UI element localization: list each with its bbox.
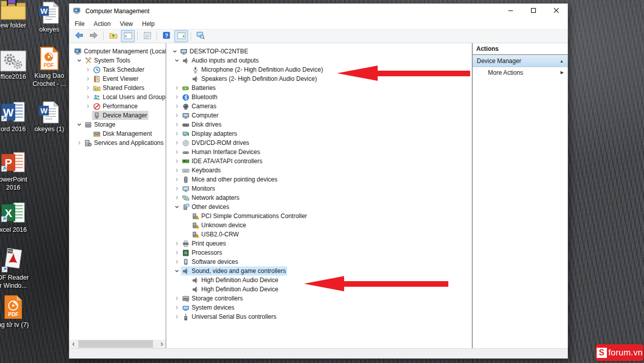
desktop-icon[interactable]: ffice2016 (0, 47, 33, 81)
tree-item[interactable]: PCI Simple Communications Controller (166, 211, 472, 221)
chevron-right-icon[interactable] (84, 84, 92, 92)
chevron-down-icon[interactable] (75, 120, 83, 129)
tree-item[interactable]: Local Users and Groups (69, 93, 166, 102)
chevron-down-icon[interactable] (75, 56, 83, 65)
desktop-icon[interactable]: Xxcel 2016 (0, 200, 33, 234)
scrollbar-track[interactable] (78, 340, 157, 348)
chevron-right-icon[interactable] (173, 239, 181, 248)
tree-item[interactable]: Audio inputs and outputs (166, 56, 472, 65)
chevron-right-icon[interactable] (173, 258, 181, 266)
chevron-up-icon[interactable]: ▲ (560, 59, 564, 64)
chevron-right-icon[interactable] (173, 139, 181, 147)
menu-view[interactable]: View (115, 19, 138, 28)
tree-item[interactable]: Device Manager (69, 111, 166, 120)
chevron-right-icon[interactable] (75, 139, 83, 147)
back-button[interactable] (72, 30, 86, 42)
desktop-icon[interactable]: PowerPoint 2016 (0, 150, 33, 192)
tree-item[interactable]: Monitors (166, 184, 472, 193)
desktop-icon[interactable]: PDFDF Reader r Windo... (0, 248, 33, 290)
tree-item[interactable]: Bluetooth (166, 93, 472, 102)
scan-hardware-button[interactable] (194, 30, 207, 42)
chevron-right-icon[interactable] (173, 93, 181, 101)
tree-item[interactable]: Storage controllers (166, 294, 472, 303)
tree-item[interactable]: Network adapters (166, 193, 472, 202)
actions-group-device-manager[interactable]: Device Manager ▲ (473, 55, 568, 67)
chevron-right-icon[interactable] (173, 304, 181, 312)
chevron-right-icon[interactable] (173, 102, 181, 110)
desktop-icon[interactable]: Wokeyes (1) (30, 100, 69, 134)
chevron-right-icon[interactable] (84, 66, 92, 74)
tree-item[interactable]: Services and Applications (69, 138, 166, 147)
tree-item[interactable]: System devices (166, 303, 472, 312)
tree-item[interactable]: Mice and other pointing devices (166, 175, 472, 184)
tree-item[interactable]: Cameras (166, 102, 472, 111)
chevron-right-icon[interactable] (173, 120, 181, 129)
tree-item[interactable]: Shared Folders (69, 83, 166, 93)
help-button[interactable]: ? (160, 30, 173, 42)
more-actions-item[interactable]: More Actions ▶ (473, 67, 568, 78)
menu-action[interactable]: Action (89, 19, 115, 28)
tree-item[interactable]: Event Viewer (69, 74, 166, 83)
tree-item[interactable]: Universal Serial Bus controllers (166, 312, 472, 321)
horizontal-scrollbar[interactable] (69, 340, 166, 348)
chevron-down-icon[interactable] (173, 267, 181, 275)
desktop-icon[interactable]: ew folder (0, 0, 33, 30)
minimize-button[interactable] (499, 4, 522, 18)
chevron-right-icon[interactable] (173, 194, 181, 202)
tree-item[interactable]: Processors (166, 248, 472, 257)
properties-button[interactable] (140, 30, 154, 42)
action-pane-button[interactable] (174, 30, 188, 42)
scroll-right-icon[interactable] (157, 340, 166, 348)
tree-item[interactable]: USB2.0-CRW (166, 230, 472, 239)
tree-item[interactable]: ?Other devices (166, 202, 472, 211)
tree-item[interactable]: Computer Management (Local) (69, 47, 166, 56)
chevron-down-icon[interactable] (173, 56, 181, 65)
chevron-right-icon[interactable] (173, 175, 181, 184)
scrollbar-thumb[interactable] (78, 340, 153, 348)
desktop-icon[interactable]: Wokeyes (30, 0, 69, 34)
tree-item[interactable]: System Tools (69, 56, 166, 65)
tree-item[interactable]: Disk Management (69, 129, 166, 138)
tree-item[interactable]: Software devices (166, 257, 472, 266)
tree-item[interactable]: DVD/CD-ROM drives (166, 138, 472, 147)
chevron-right-icon[interactable]: ▶ (561, 70, 564, 75)
tree-item[interactable]: Display adapters (166, 129, 472, 138)
chevron-down-icon[interactable] (171, 47, 179, 55)
tree-item[interactable]: Batteries (166, 83, 472, 93)
chevron-right-icon[interactable] (84, 102, 92, 110)
folder-up-button[interactable] (106, 30, 120, 42)
chevron-right-icon[interactable] (173, 313, 181, 321)
forward-button[interactable] (87, 30, 101, 42)
tree-item[interactable]: Task Scheduler (69, 65, 166, 74)
chevron-right-icon[interactable] (173, 84, 181, 92)
tree-item[interactable]: DESKTOP-0C2NTBE (166, 47, 472, 56)
tree-item[interactable]: IDE ATA/ATAPI controllers (166, 157, 472, 166)
menu-file[interactable]: File (70, 19, 89, 28)
chevron-right-icon[interactable] (173, 249, 181, 257)
tree-item[interactable]: Performance (69, 102, 166, 111)
chevron-down-icon[interactable] (173, 203, 181, 211)
tree-item[interactable]: Sound, video and game controllers (166, 266, 472, 276)
chevron-right-icon[interactable] (84, 93, 92, 101)
chevron-right-icon[interactable] (84, 75, 92, 83)
maximize-button[interactable] (522, 4, 545, 18)
chevron-right-icon[interactable] (173, 166, 181, 174)
chevron-right-icon[interactable] (173, 185, 181, 193)
desktop-icon[interactable]: PDFKiang Dao Crochet - ... (30, 46, 69, 88)
title-bar[interactable]: Computer Management (69, 4, 568, 18)
tree-item[interactable]: Computer (166, 111, 472, 120)
scroll-left-icon[interactable] (69, 340, 78, 348)
desktop-icon[interactable]: PDFng tử tv (7) (0, 295, 33, 329)
chevron-right-icon[interactable] (173, 294, 181, 302)
tree-item[interactable]: Human Interface Devices (166, 147, 472, 157)
menu-help[interactable]: Help (138, 19, 160, 28)
tree-item[interactable]: Storage (69, 120, 166, 129)
chevron-right-icon[interactable] (173, 130, 181, 138)
desktop-icon[interactable]: Word 2016 (0, 100, 33, 134)
tree-item[interactable]: Unknown device (166, 221, 472, 230)
console-tree-button[interactable] (121, 30, 135, 42)
tree-item[interactable]: Disk drives (166, 120, 472, 129)
chevron-right-icon[interactable] (173, 148, 181, 156)
chevron-right-icon[interactable] (173, 111, 181, 119)
close-button[interactable] (545, 4, 568, 18)
